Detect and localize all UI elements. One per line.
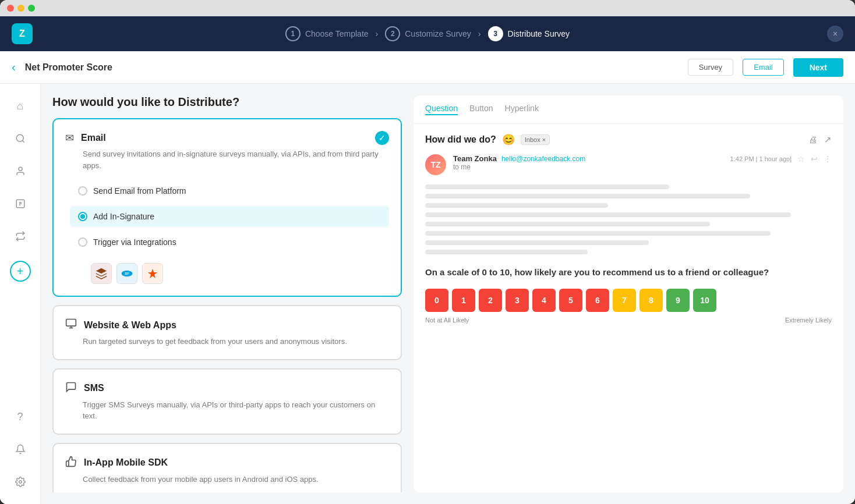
- content-area: How would you like to Distribute? ✉ Emai…: [41, 84, 855, 504]
- nps-button-2[interactable]: 2: [479, 289, 502, 312]
- nps-question-text: On a scale of 0 to 10, how likely are yo…: [425, 266, 832, 279]
- wizard-steps: 1 Choose Template › 2 Customize Survey ›…: [285, 26, 570, 41]
- nps-labels: Not at All Likely Extremely Likely: [425, 317, 832, 324]
- nps-button-5[interactable]: 5: [559, 289, 582, 312]
- sidebar-item-search[interactable]: [10, 128, 31, 149]
- nps-button-0[interactable]: 0: [425, 289, 448, 312]
- website-option-card[interactable]: Website & Web Apps Run targeted surveys …: [52, 305, 402, 360]
- sidebar-item-contacts[interactable]: [10, 161, 31, 182]
- mobile-option-card[interactable]: In-App Mobile SDK Collect feedback from …: [52, 443, 402, 493]
- email-body-placeholder: [425, 184, 832, 254]
- reply-icon[interactable]: ↩: [811, 154, 818, 164]
- sms-option-title: SMS: [84, 383, 104, 393]
- email-time-actions: 1:42 PM | 1 hour ago| ☆ ↩ ⋮: [730, 154, 832, 164]
- app-logo: Z: [12, 23, 33, 44]
- mobile-option-desc: Collect feedback from your mobile app us…: [83, 474, 389, 485]
- close-traffic-light[interactable]: [7, 5, 14, 12]
- sidebar-item-help[interactable]: ?: [10, 406, 31, 427]
- next-button[interactable]: Next: [793, 58, 843, 77]
- sender-name: Team Zonka: [453, 154, 497, 163]
- sidebar-item-notifications[interactable]: [10, 439, 31, 460]
- nav-close-button[interactable]: ×: [827, 26, 843, 42]
- nps-button-10[interactable]: 10: [693, 289, 716, 312]
- website-option-icon: [65, 318, 77, 332]
- email-tab-button[interactable]: Email: [743, 59, 784, 76]
- minimize-traffic-light[interactable]: [17, 5, 24, 12]
- email-time: 1:42 PM | 1 hour ago|: [730, 155, 792, 162]
- add-in-signature-option[interactable]: Add In-Signature: [70, 206, 389, 227]
- sidebar-item-surveys[interactable]: [10, 193, 31, 214]
- email-subject-text: How did we do?: [425, 134, 496, 145]
- nps-button-1[interactable]: 1: [452, 289, 475, 312]
- email-option-header: ✉ Email ✓: [65, 131, 389, 145]
- email-option-title: Email: [81, 133, 106, 143]
- email-preview-panel: Question Button Hyperlink How did we do?…: [414, 95, 843, 492]
- more-icon[interactable]: ⋮: [824, 154, 832, 164]
- email-preview-content: How did we do? 😊 Inbox × 🖨 ↗ TZ: [414, 124, 843, 333]
- email-subject-row: How did we do? 😊 Inbox × 🖨 ↗: [425, 133, 832, 146]
- step-2-label: Customize Survey: [405, 29, 471, 38]
- svg-line-1: [22, 140, 24, 142]
- email-to: to me: [453, 163, 723, 171]
- salesforce-icon[interactable]: SF: [116, 263, 137, 284]
- step-3-number: 3: [488, 26, 503, 41]
- step-3[interactable]: 3 Distribute Survey: [488, 26, 570, 41]
- send-email-option[interactable]: Send Email from Platform: [70, 180, 389, 201]
- back-button[interactable]: ‹: [12, 61, 16, 74]
- print-icon[interactable]: 🖨: [808, 134, 817, 145]
- nps-button-8[interactable]: 8: [640, 289, 663, 312]
- nps-button-3[interactable]: 3: [506, 289, 529, 312]
- step-2-number: 2: [385, 26, 400, 41]
- question-tab[interactable]: Question: [425, 104, 458, 115]
- sms-option-icon: [65, 381, 77, 396]
- email-meta: TZ Team Zonka hello@zonkafeedback.com to…: [425, 154, 832, 175]
- step-3-label: Distribute Survey: [508, 29, 570, 38]
- email-emoji: 😊: [502, 133, 515, 146]
- button-tab[interactable]: Button: [469, 104, 493, 115]
- distribution-panel: How would you like to Distribute? ✉ Emai…: [52, 95, 402, 492]
- sidebar-navigation: ⌂ + ?: [0, 84, 41, 504]
- step-1-number: 1: [285, 26, 301, 41]
- nps-button-6[interactable]: 6: [586, 289, 609, 312]
- sidebar-item-integrations[interactable]: [10, 226, 31, 247]
- zapier-icon[interactable]: [142, 263, 163, 284]
- nps-label-right: Extremely Likely: [785, 317, 832, 324]
- mobile-option-icon: [65, 456, 77, 470]
- svg-point-2: [19, 167, 22, 171]
- step-arrow-2: ›: [478, 29, 481, 38]
- sender-info: Team Zonka hello@zonkafeedback.com to me: [453, 154, 723, 171]
- inbox-badge[interactable]: Inbox ×: [521, 134, 550, 145]
- page-title: Net Promoter Score: [25, 62, 679, 73]
- add-in-signature-label: Add In-Signature: [93, 212, 154, 221]
- title-bar: [0, 0, 855, 16]
- trigger-integrations-label: Trigger via Integrations: [93, 237, 176, 247]
- hyperlink-tab[interactable]: Hyperlink: [505, 104, 539, 115]
- step-2[interactable]: 2 Customize Survey: [385, 26, 471, 41]
- email-option-icon: ✉: [65, 132, 74, 144]
- website-option-desc: Run targeted surveys to get feedback fro…: [83, 336, 389, 347]
- nps-button-9[interactable]: 9: [666, 289, 690, 312]
- app-window: Z 1 Choose Template › 2 Customize Survey…: [0, 0, 855, 504]
- maximize-traffic-light[interactable]: [28, 5, 35, 12]
- external-link-icon[interactable]: ↗: [824, 134, 832, 145]
- nps-button-4[interactable]: 4: [532, 289, 556, 312]
- website-option-title: Website & Web Apps: [84, 320, 176, 331]
- star-icon[interactable]: ☆: [797, 154, 805, 164]
- sidebar-item-settings[interactable]: [10, 471, 31, 492]
- svg-text:SF: SF: [125, 271, 129, 275]
- email-option-card[interactable]: ✉ Email ✓ Send survey invitations and in…: [52, 118, 402, 297]
- sidebar-item-home[interactable]: ⌂: [10, 95, 31, 116]
- sms-option-card[interactable]: SMS Trigger SMS Surveys manually, via AP…: [52, 368, 402, 435]
- website-option-header: Website & Web Apps: [65, 318, 389, 332]
- nps-scale: 012345678910: [425, 289, 832, 312]
- survey-tab-button[interactable]: Survey: [688, 59, 733, 76]
- step-arrow-1: ›: [376, 29, 379, 38]
- trigger-integrations-option[interactable]: Trigger via Integrations: [70, 232, 389, 253]
- distribute-title: How would you like to Distribute?: [52, 95, 402, 109]
- zendesk-icon[interactable]: [91, 263, 112, 284]
- nps-button-7[interactable]: 7: [613, 289, 636, 312]
- sidebar-add-button[interactable]: +: [10, 261, 31, 282]
- step-1[interactable]: 1 Choose Template: [285, 26, 369, 41]
- add-in-signature-radio: [78, 212, 87, 221]
- sms-option-desc: Trigger SMS Surveys manually, via APIs o…: [83, 399, 389, 422]
